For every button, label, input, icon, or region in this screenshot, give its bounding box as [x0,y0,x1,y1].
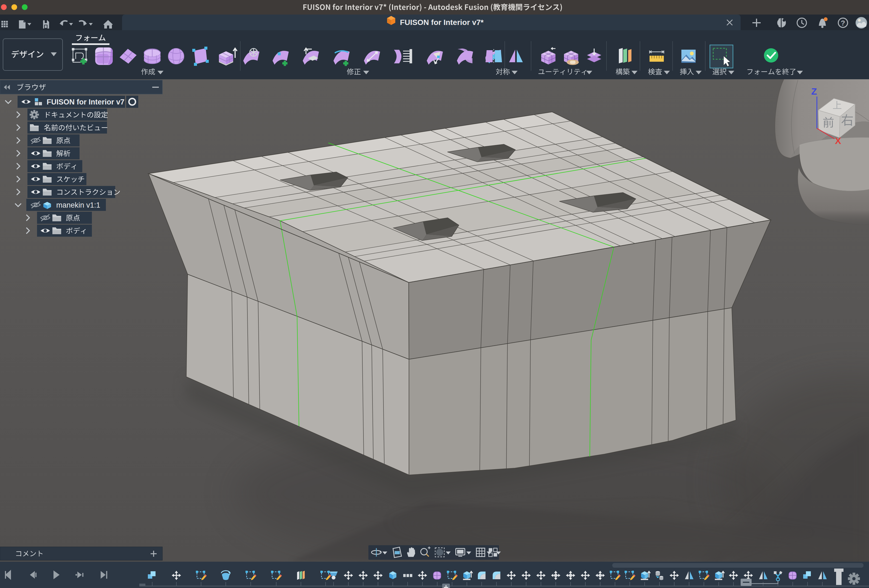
svg-text:X: X [835,135,841,146]
svg-text:manekin v1:1: manekin v1:1 [56,201,100,209]
svg-text:FUISON for Interior v7*: FUISON for Interior v7* [400,18,483,27]
svg-text:Z: Z [811,86,817,96]
svg-text:?: ? [841,19,845,27]
svg-text:FUISON for Interior v7: FUISON for Interior v7 [47,98,125,106]
